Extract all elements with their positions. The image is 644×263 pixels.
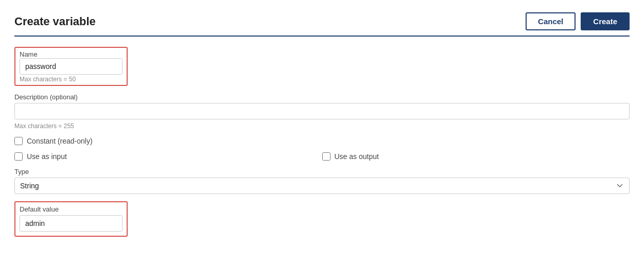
dialog-title: Create variable (14, 15, 96, 28)
constant-label: Constant (read-only) (27, 137, 93, 145)
form-body: Name Max characters = 50 Description (op… (14, 47, 630, 237)
use-output-col: Use as output (322, 152, 630, 161)
use-as-output-checkbox[interactable] (322, 152, 330, 161)
default-value-row: Default value (14, 201, 630, 237)
default-value-label: Default value (20, 205, 123, 213)
constant-checkbox[interactable] (14, 137, 23, 145)
type-label: Type (14, 168, 630, 176)
description-group: Description (optional) Max characters = … (14, 93, 630, 130)
use-input-col: Use as input (14, 152, 322, 161)
default-value-input[interactable] (20, 215, 123, 232)
type-group: Type String Integer Boolean Float (14, 168, 630, 194)
name-section: Name Max characters = 50 (14, 47, 128, 86)
type-select[interactable]: String Integer Boolean Float (14, 178, 630, 194)
name-max-chars: Max characters = 50 (20, 76, 123, 83)
use-as-input-label: Use as input (27, 152, 67, 161)
description-max-chars: Max characters = 255 (14, 122, 630, 130)
description-label: Description (optional) (14, 93, 630, 101)
use-as-input-checkbox[interactable] (14, 152, 23, 161)
create-variable-dialog: Create variable Cancel Create Name Max c… (0, 0, 644, 263)
use-row: Use as input Use as output (14, 152, 630, 161)
constant-row: Constant (read-only) (14, 137, 630, 145)
name-input[interactable] (20, 58, 123, 75)
name-row: Name Max characters = 50 (14, 47, 630, 86)
description-input[interactable] (14, 103, 630, 119)
create-button[interactable]: Create (581, 12, 630, 30)
name-label: Name (20, 50, 123, 58)
use-as-output-label: Use as output (335, 152, 379, 161)
header-buttons: Cancel Create (526, 12, 630, 30)
cancel-button[interactable]: Cancel (526, 12, 576, 30)
default-value-section: Default value (14, 201, 128, 237)
dialog-header: Create variable Cancel Create (14, 12, 630, 37)
